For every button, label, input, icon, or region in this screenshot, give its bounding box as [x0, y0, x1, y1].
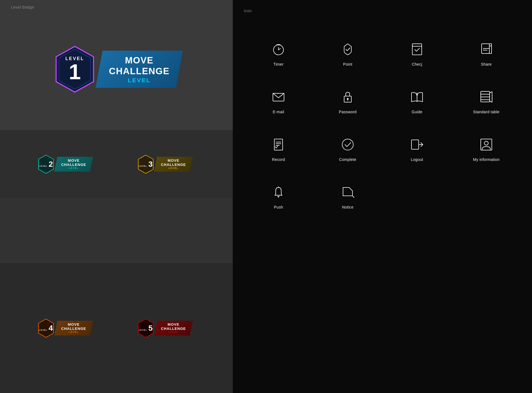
badge-hex-left-3: LEVEL 3	[136, 154, 156, 174]
badge-level-2: LEVEL 2 MOVE CHALLENGE LEVEL	[36, 153, 97, 175]
point-icon	[339, 41, 356, 58]
svg-point-30	[342, 139, 353, 150]
badge5-challenge: CHALLENGE	[161, 327, 186, 331]
my-information-icon	[478, 136, 495, 153]
icons-grid: Timer Point Checj	[244, 30, 521, 220]
badge5-level-text: LEVEL	[139, 329, 147, 331]
svg-marker-38	[343, 187, 352, 196]
check-label: Checj	[412, 62, 422, 66]
badge-bot-section: LEVEL 4 MOVE CHALLENGE LEVEL LEVEL 5	[0, 263, 233, 393]
email-icon	[270, 89, 287, 105]
push-label: Push	[274, 205, 283, 209]
badge-mid2-section	[0, 198, 233, 263]
icon-cell-guide: Guide	[382, 78, 452, 125]
svg-rect-11	[412, 44, 422, 55]
standard-table-icon	[478, 89, 495, 105]
level-badge-section: Level Badge LEVEL 1 MOVE CHALLENGE LEVEL	[0, 0, 233, 130]
badge4-challenge: CHALLENGE	[61, 327, 86, 331]
icon-cell-timer: Timer	[244, 30, 313, 78]
badge3-right-panel: MOVE CHALLENGE LEVEL	[154, 157, 193, 172]
badge2-move: MOVE	[68, 159, 80, 163]
badge1-move: MOVE	[125, 55, 154, 66]
icon-cell-email: E-mail	[244, 78, 313, 125]
badge5-move: MOVE	[168, 323, 179, 327]
my-information-label: My information	[473, 157, 500, 162]
icon-cell-password: Password	[313, 78, 382, 125]
icon-cell-check: Checj	[382, 30, 452, 78]
password-label: Password	[339, 110, 357, 114]
badge-level-5: LEVEL 5 MOVE CHALLENGE LEVEL	[136, 317, 197, 339]
notice-icon	[339, 184, 356, 201]
badge4-levelword: LEVEL	[69, 331, 79, 333]
svg-point-34	[484, 141, 488, 145]
svg-rect-26	[274, 139, 283, 150]
email-label: E-mail	[273, 110, 284, 114]
badge5-right-panel: MOVE CHALLENGE LEVEL	[154, 321, 193, 336]
badge-mid-section: LEVEL 2 MOVE CHALLENGE LEVEL LEVEL 3	[0, 130, 233, 198]
badge3-challenge: CHALLENGE	[161, 163, 186, 167]
badge2-challenge: CHALLENGE	[61, 163, 86, 167]
right-panel: Icon Timer Point	[233, 0, 532, 393]
svg-line-10	[278, 48, 280, 50]
badge-level-4: LEVEL 4 MOVE CHALLENGE LEVEL	[36, 317, 97, 339]
record-icon	[270, 136, 287, 153]
badge-hex-left-4: LEVEL 4	[36, 318, 56, 338]
badge3-levelword: LEVEL	[168, 167, 179, 169]
icon-cell-notice: Notice	[313, 173, 382, 220]
timer-icon	[270, 41, 287, 58]
guide-label: Guide	[412, 110, 423, 114]
share-icon	[478, 41, 495, 58]
icon-cell-complete: Complete	[313, 125, 382, 173]
point-label: Point	[343, 62, 352, 66]
share-label: Share	[481, 62, 492, 66]
badge-hex-left-1: LEVEL 1	[50, 44, 100, 94]
badge3-level-num: 3	[148, 160, 153, 168]
badge1-challenge: CHALLENGE	[109, 66, 170, 77]
check-icon	[409, 41, 425, 58]
complete-icon	[339, 136, 356, 153]
icon-cell-logout: Logout	[382, 125, 452, 173]
badge4-move: MOVE	[68, 323, 80, 327]
badge2-levelword: LEVEL	[69, 167, 79, 169]
badge-hex-left-2: LEVEL 2	[36, 154, 56, 174]
badge3-level-text: LEVEL	[139, 165, 147, 167]
badge-level-3: LEVEL 3 MOVE CHALLENGE LEVEL	[136, 153, 197, 175]
badge1-level-num: 1	[69, 61, 81, 83]
icon-cell-share: Share	[452, 30, 521, 78]
icon-cell-standard-table: Standard table	[452, 78, 521, 125]
badge1-right-panel: MOVE CHALLENGE LEVEL	[96, 51, 183, 88]
notice-label: Notice	[342, 205, 353, 209]
badge1-levelword: LEVEL	[128, 77, 151, 83]
guide-icon	[409, 89, 425, 105]
badge2-right-panel: MOVE CHALLENGE LEVEL	[54, 157, 93, 172]
logout-icon	[409, 136, 425, 153]
standard-table-label: Standard table	[473, 110, 499, 114]
badge4-level-num: 4	[48, 324, 53, 332]
svg-line-39	[352, 196, 354, 197]
badge4-right-panel: MOVE CHALLENGE LEVEL	[54, 321, 93, 336]
badge3-move: MOVE	[168, 159, 179, 163]
timer-label: Timer	[273, 62, 284, 66]
badge-level-1: LEVEL 1 MOVE CHALLENGE LEVEL	[50, 32, 183, 107]
badge4-level-text: LEVEL	[39, 329, 47, 331]
svg-rect-31	[411, 140, 419, 149]
push-icon	[270, 184, 287, 201]
badge2-level-text: LEVEL	[39, 165, 47, 167]
icon-cell-record: Record	[244, 125, 313, 173]
badge-hex-left-5: LEVEL 5	[136, 318, 156, 338]
badge2-level-num: 2	[48, 160, 53, 168]
left-panel: Level Badge LEVEL 1 MOVE CHALLENGE LEVEL	[0, 0, 233, 393]
section-label-badge: Level Badge	[11, 5, 34, 9]
icon-cell-my-information: My information	[452, 125, 521, 173]
section-label-icon: Icon	[244, 9, 252, 13]
logout-label: Logout	[411, 157, 423, 162]
badge5-level-num: 5	[148, 324, 153, 332]
password-icon	[339, 89, 356, 105]
icon-cell-push: Push	[244, 173, 313, 220]
record-label: Record	[272, 157, 285, 162]
badge5-levelword: LEVEL	[168, 331, 179, 333]
icon-cell-point: Point	[313, 30, 382, 78]
complete-label: Complete	[339, 157, 356, 162]
